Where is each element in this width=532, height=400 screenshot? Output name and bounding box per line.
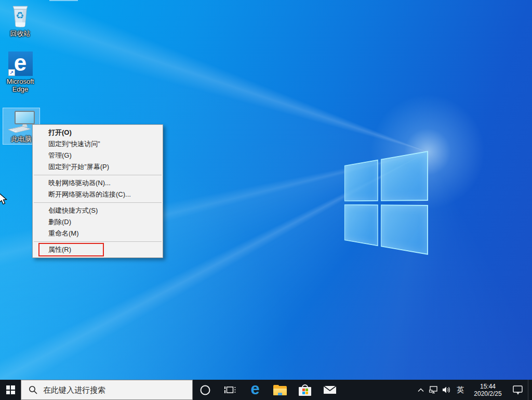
taskbar-file-explorer-button[interactable]: [268, 380, 292, 400]
chevron-up-icon: [418, 388, 424, 392]
menu-item-open[interactable]: 打开(O): [33, 127, 163, 138]
menu-item-properties[interactable]: 属性(R): [33, 244, 163, 255]
this-pc-icon: [7, 111, 35, 134]
search-input[interactable]: [43, 385, 178, 394]
show-desktop-strip[interactable]: [528, 380, 532, 400]
annotation-highlight-box: [38, 243, 104, 256]
edge-e-glyph: e: [14, 51, 26, 74]
mouse-cursor: [0, 192, 7, 206]
system-tray: 英 15:44 2020/2/25: [415, 380, 532, 400]
menu-item-pin-to-quick-access[interactable]: 固定到“快速访问”: [33, 138, 163, 150]
edge-icon: e: [250, 381, 259, 397]
taskbar: e: [0, 380, 532, 400]
taskbar-task-view-button[interactable]: [218, 380, 243, 400]
taskbar-clock[interactable]: 15:44 2020/2/25: [468, 380, 508, 400]
menu-item-disconnect-network-drive[interactable]: 断开网络驱动器的连接(C)...: [33, 189, 163, 200]
this-pc-label: 此电脑: [11, 135, 32, 143]
menu-separator: [34, 175, 162, 175]
hidden-icons-chevron[interactable]: [415, 380, 427, 400]
file-explorer-icon: [273, 385, 287, 395]
menu-item-create-shortcut[interactable]: 创建快捷方式(S): [33, 205, 163, 216]
context-menu: 打开(O) 固定到“快速访问” 管理(G) 固定到“开始”屏幕(P) 映射网络驱…: [32, 124, 163, 258]
speaker-icon: [442, 386, 451, 394]
volume-tray-button[interactable]: [440, 380, 453, 400]
menu-item-rename[interactable]: 重命名(M): [33, 228, 163, 239]
recycle-bin-label: 回收站: [10, 30, 31, 37]
menu-item-delete[interactable]: 删除(D): [33, 216, 163, 228]
cortana-icon: [200, 384, 211, 396]
shortcut-arrow-icon: ↗: [8, 69, 15, 76]
desktop-icon-recycle-bin[interactable]: ♻ 回收站: [5, 3, 35, 37]
taskbar-cortana-button[interactable]: [193, 380, 218, 400]
network-icon: [429, 386, 438, 394]
menu-separator: [34, 202, 162, 203]
edge-tile-icon: e ↗: [8, 51, 33, 76]
desktop-wallpaper: ♻ 回收站 e ↗ Microsoft Edge 此电脑 打开(O) 固定到“快…: [0, 0, 532, 400]
menu-item-pin-to-start[interactable]: 固定到“开始”屏幕(P): [33, 161, 163, 173]
search-icon: [29, 385, 38, 395]
clock-time: 15:44: [480, 383, 496, 390]
network-tray-button[interactable]: [427, 380, 440, 400]
clock-date: 2020/2/25: [474, 390, 501, 397]
windows-logo-pane: [381, 151, 428, 201]
windows-logo-pane: [344, 160, 378, 201]
windows-logo-pane: [381, 204, 428, 255]
menu-item-manage[interactable]: 管理(G): [33, 150, 163, 161]
mail-icon: [323, 385, 337, 395]
menu-separator: [34, 241, 162, 242]
taskbar-edge-button[interactable]: e: [243, 380, 268, 400]
task-view-icon: [224, 385, 236, 395]
taskbar-mail-button[interactable]: [317, 380, 342, 400]
svg-text:♻: ♻: [16, 10, 24, 21]
windows-logo-pane: [344, 204, 378, 246]
taskbar-store-button[interactable]: [292, 380, 317, 400]
recycle-bin-icon: ♻: [9, 3, 32, 28]
ime-indicator[interactable]: 英: [453, 380, 468, 400]
windows-start-icon: [6, 385, 15, 394]
desktop-icon-microsoft-edge[interactable]: e ↗ Microsoft Edge: [4, 51, 37, 93]
wallpaper-windows-logo: [344, 151, 428, 255]
action-center-button[interactable]: [508, 380, 528, 400]
microsoft-store-icon: [299, 384, 311, 396]
edge-label: Microsoft Edge: [4, 78, 37, 93]
taskbar-search[interactable]: [21, 380, 193, 400]
start-button[interactable]: [0, 380, 21, 400]
menu-item-map-network-drive[interactable]: 映射网络驱动器(N)...: [33, 177, 163, 189]
notification-bubble-icon: [513, 385, 523, 395]
screen-edge-artifact: [49, 0, 78, 1]
